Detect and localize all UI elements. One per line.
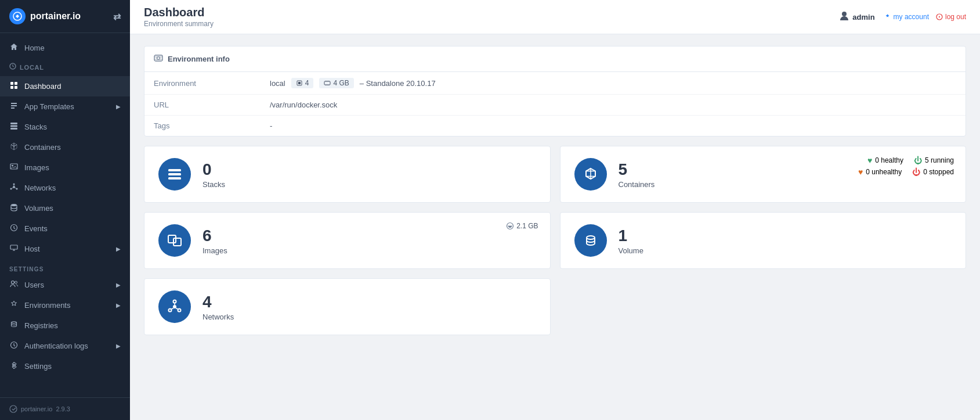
switch-icon[interactable]: ⇄ xyxy=(113,11,121,22)
left-stats-col: 0 Stacks 6 Images 2.1 GB xyxy=(144,146,551,335)
svg-rect-33 xyxy=(168,169,181,171)
sidebar-item-environments-label: Environments xyxy=(24,301,70,310)
volume-number: 1 xyxy=(619,227,952,245)
stats-grid: 0 Stacks 6 Images 2.1 GB xyxy=(144,146,966,335)
stacks-card[interactable]: 0 Stacks xyxy=(144,146,551,203)
home-icon xyxy=(9,43,19,53)
images-number: 6 xyxy=(202,227,536,245)
stacks-info: 0 Stacks xyxy=(202,160,536,189)
volume-info: 1 Volume xyxy=(619,227,952,255)
users-icon xyxy=(9,280,19,290)
sidebar-logo: portainer.io ⇄ xyxy=(0,0,130,33)
volume-card[interactable]: 1 Volume xyxy=(560,212,967,269)
images-icon xyxy=(9,163,19,173)
sidebar-item-environments[interactable]: Environments ▶ xyxy=(0,295,130,315)
environments-chevron: ▶ xyxy=(116,302,121,308)
svg-point-46 xyxy=(587,236,595,239)
admin-username: admin xyxy=(852,13,874,21)
containers-unhealthy: 0 unhealthy xyxy=(866,168,902,176)
svg-point-12 xyxy=(13,184,15,185)
sidebar-item-images[interactable]: Images xyxy=(0,157,130,178)
images-size: 2.1 GB xyxy=(506,222,538,230)
local-label: LOCAL xyxy=(20,64,44,71)
page-header: Dashboard Environment summary admin my a… xyxy=(130,0,980,34)
sidebar-item-home-label: Home xyxy=(24,44,45,52)
volume-icon-circle xyxy=(574,224,607,257)
sidebar-item-host[interactable]: Host ▶ xyxy=(0,239,130,259)
svg-line-44 xyxy=(176,308,178,310)
sidebar-item-networks[interactable]: Networks xyxy=(0,178,130,198)
stacks-icon-circle xyxy=(158,158,191,191)
svg-point-23 xyxy=(12,322,17,324)
svg-rect-3 xyxy=(15,82,17,85)
user-avatar-icon xyxy=(839,10,849,23)
sidebar-item-stacks[interactable]: Stacks xyxy=(0,117,130,137)
logo-text: portainer.io xyxy=(30,11,81,21)
running-icon: ⏻ xyxy=(914,156,922,165)
svg-rect-4 xyxy=(10,86,13,89)
sidebar-item-events[interactable]: Events xyxy=(0,218,130,239)
sidebar-item-app-templates[interactable]: App Templates ▶ xyxy=(0,96,130,117)
containers-icon xyxy=(9,142,19,152)
images-card[interactable]: 6 Images 2.1 GB xyxy=(144,212,551,269)
app-templates-icon xyxy=(9,102,19,112)
networks-icon-circle xyxy=(158,290,191,323)
sidebar-item-home[interactable]: Home xyxy=(0,38,130,58)
sidebar-item-volumes[interactable]: Volumes xyxy=(0,198,130,218)
sidebar-item-containers[interactable]: Containers xyxy=(0,137,130,157)
env-row-environment: Environment local 4 4 GB xyxy=(144,72,965,95)
sidebar-footer: portainer.io 2.9.3 xyxy=(0,397,130,420)
containers-icon-circle xyxy=(574,158,607,191)
sidebar-item-users[interactable]: Users ▶ xyxy=(0,275,130,295)
networks-number: 4 xyxy=(202,293,536,311)
main-content: Environment info Environment local 4 xyxy=(130,34,980,420)
stacks-number: 0 xyxy=(202,160,536,179)
svg-rect-32 xyxy=(324,81,330,85)
dashboard-icon xyxy=(9,81,19,91)
host-chevron: ▶ xyxy=(116,246,121,252)
containers-running: 5 running xyxy=(925,156,954,164)
log-out-link[interactable]: log out xyxy=(936,13,966,21)
environment-info-card: Environment info Environment local 4 xyxy=(144,46,966,137)
right-stats-col: 5 Containers ♥ 0 healthy ⏻ 5 running ♥ xyxy=(560,146,967,335)
svg-point-14 xyxy=(10,188,12,190)
stopped-icon: ⏻ xyxy=(912,167,920,177)
env-row-tags: Tags - xyxy=(144,116,965,137)
svg-rect-34 xyxy=(168,173,181,175)
volume-label: Volume xyxy=(619,246,952,255)
svg-rect-36 xyxy=(168,235,176,243)
containers-meta: ♥ 0 healthy ⏻ 5 running ♥ 0 unhealthy ⏻ … xyxy=(858,156,954,177)
images-label: Images xyxy=(202,246,536,255)
containers-card[interactable]: 5 Containers ♥ 0 healthy ⏻ 5 running ♥ xyxy=(560,146,967,203)
env-info-table: Environment local 4 4 GB xyxy=(144,72,965,136)
sidebar-item-events-label: Events xyxy=(24,224,48,233)
volumes-icon xyxy=(9,203,19,213)
svg-point-18 xyxy=(11,204,17,206)
my-account-link[interactable]: my account xyxy=(884,13,929,21)
svg-point-40 xyxy=(173,300,176,303)
env-value-url: /var/run/docker.sock xyxy=(261,95,965,116)
sidebar-item-app-templates-label: App Templates xyxy=(24,102,74,111)
svg-rect-31 xyxy=(298,82,301,84)
sidebar-item-auth-logs[interactable]: Authentication logs ▶ xyxy=(0,336,130,356)
svg-point-22 xyxy=(15,281,17,283)
footer-logo-text: portainer.io xyxy=(21,405,52,412)
env-label-tags: Tags xyxy=(144,116,261,137)
unhealthy-icon: ♥ xyxy=(858,167,863,177)
svg-rect-7 xyxy=(10,125,17,127)
networks-info: 4 Networks xyxy=(202,293,536,321)
app-templates-chevron: ▶ xyxy=(116,103,121,110)
sidebar-item-settings[interactable]: Settings xyxy=(0,356,130,376)
sidebar-item-dashboard[interactable]: Dashboard xyxy=(0,76,130,96)
svg-line-45 xyxy=(171,308,173,310)
registries-icon xyxy=(9,321,19,331)
svg-point-39 xyxy=(173,305,176,308)
ram-chip: 4 GB xyxy=(319,78,353,88)
sidebar-item-registries[interactable]: Registries xyxy=(0,315,130,336)
svg-line-17 xyxy=(12,188,13,188)
page-subtitle: Environment summary xyxy=(144,20,214,28)
sidebar-item-host-label: Host xyxy=(24,245,40,253)
svg-rect-5 xyxy=(15,86,17,89)
networks-icon xyxy=(9,183,19,193)
networks-card[interactable]: 4 Networks xyxy=(144,278,551,335)
